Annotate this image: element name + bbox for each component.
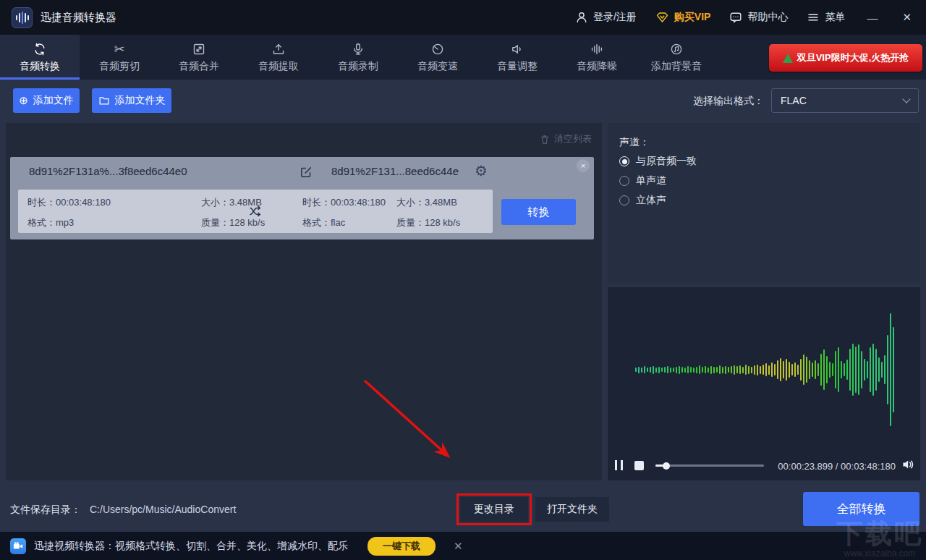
open-folder-button[interactable]: 打开文件夹 <box>535 497 609 522</box>
folder-icon <box>98 95 110 106</box>
chevron-down-icon <box>902 95 910 103</box>
add-folder-label: 添加文件夹 <box>115 94 166 107</box>
menu-label: 菜单 <box>825 11 845 24</box>
minimize-button[interactable]: — <box>864 12 880 24</box>
help-center-button[interactable]: 帮助中心 <box>729 11 788 24</box>
tab-audio-cut[interactable]: ✂ 音频剪切 <box>80 35 159 80</box>
tab-label: 添加背景音 <box>651 60 702 73</box>
quality-label: 质量： <box>201 217 229 228</box>
clear-list-button[interactable]: 清空列表 <box>540 132 592 145</box>
volume-speaker-icon[interactable] <box>901 458 914 471</box>
extract-icon <box>271 42 286 56</box>
vip-promo-banner[interactable]: 双旦VIP限时大促,火热开抢 <box>769 44 922 72</box>
target-duration: 00:03:48:180 <box>331 197 386 208</box>
channel-title: 声道： <box>619 136 650 149</box>
login-button[interactable]: 登录/注册 <box>575 11 637 24</box>
add-file-button[interactable]: ⊕ 添加文件 <box>13 88 80 113</box>
menu-button[interactable]: 菜单 <box>807 11 845 24</box>
radio-same-as-source[interactable]: 与原音频一致 <box>619 155 697 168</box>
convert-button[interactable]: 转换 <box>501 199 576 225</box>
source-duration: 00:03:48:180 <box>56 197 111 208</box>
tab-label: 音频剪切 <box>99 60 140 73</box>
playback-time: 00:00:23.899 / 00:03:48:180 <box>778 461 896 472</box>
radio-mono[interactable]: 单声道 <box>619 174 666 187</box>
tab-label: 音频提取 <box>258 60 299 73</box>
tab-volume-adjust[interactable]: 音量调整 <box>477 35 557 80</box>
tab-audio-merge[interactable]: 音频合并 <box>159 35 239 80</box>
file-list-panel: 清空列表 8d91%2F131a%...3f8eed6c44e0 8d91%2F… <box>6 123 602 480</box>
tab-add-background-music[interactable]: 添加背景音 <box>637 35 716 80</box>
music-note-circle-icon <box>669 42 684 56</box>
footer-promo-text: 迅捷视频转换器：视频格式转换、切割、合并、美化、增减水印、配乐 <box>34 540 348 553</box>
remove-file-button[interactable]: × <box>577 159 590 172</box>
speaker-icon <box>510 42 524 56</box>
tab-label: 音频合并 <box>179 60 219 73</box>
buy-vip-label: 购买VIP <box>674 11 711 24</box>
user-icon <box>575 11 588 24</box>
format-label: 格式： <box>27 217 56 228</box>
change-dir-button[interactable]: 更改目录 <box>460 497 528 522</box>
merge-icon <box>192 42 206 56</box>
save-dir-input[interactable] <box>81 496 452 522</box>
duration-label: 时长： <box>302 197 331 208</box>
add-file-label: 添加文件 <box>33 94 74 107</box>
stop-button[interactable] <box>634 461 644 470</box>
convert-arrows-icon <box>33 42 47 56</box>
clear-list-label: 清空列表 <box>554 132 592 145</box>
target-filename: 8d91%2F131...8eed6c44e <box>331 165 459 177</box>
equalizer-bars-icon <box>590 42 604 56</box>
christmas-tree-icon <box>783 54 793 63</box>
output-format-dropdown[interactable]: FLAC <box>771 88 919 113</box>
file-card: 8d91%2F131a%...3f8eed6c44e0 8d91%2F131..… <box>10 157 594 239</box>
target-format: flac <box>331 217 345 228</box>
source-format: mp3 <box>56 217 74 228</box>
convert-all-button[interactable]: 全部转换 <box>803 492 919 526</box>
tab-label: 音频变速 <box>417 60 458 73</box>
preview-panel: 00:00:23.899 / 00:03:48:180 <box>608 287 920 480</box>
target-quality: 128 kb/s <box>425 217 460 228</box>
tab-label: 音频转换 <box>20 60 60 73</box>
source-quality: 128 kb/s <box>229 217 265 228</box>
tab-audio-extract[interactable]: 音频提取 <box>239 35 318 80</box>
radio-selected-icon <box>619 156 629 166</box>
tab-label: 音量调整 <box>497 60 538 73</box>
seek-thumb[interactable] <box>663 462 670 470</box>
size-label: 大小： <box>396 197 425 208</box>
output-format-value: FLAC <box>781 95 807 106</box>
buy-vip-button[interactable]: 购买VIP <box>655 11 711 24</box>
promo-footer-banner: 迅捷视频转换器：视频格式转换、切割、合并、美化、增减水印、配乐 一键下载 ✕ <box>0 532 926 560</box>
tab-audio-record[interactable]: 音频录制 <box>318 35 398 80</box>
pause-button[interactable] <box>615 460 623 470</box>
radio-stereo[interactable]: 立体声 <box>619 194 666 207</box>
format-label: 格式： <box>302 217 331 228</box>
tab-audio-convert[interactable]: 音频转换 <box>0 35 80 80</box>
chat-bubble-icon <box>729 11 742 24</box>
app-logo-icon <box>12 7 33 28</box>
rename-edit-icon[interactable] <box>299 165 313 179</box>
speed-clock-icon <box>430 42 445 56</box>
tab-label: 音频降噪 <box>577 60 617 73</box>
one-click-download-button[interactable]: 一键下载 <box>368 537 436 556</box>
output-format-label: 选择输出格式： <box>693 95 764 108</box>
radio-icon <box>619 176 629 186</box>
close-button[interactable]: ✕ <box>899 11 914 24</box>
tab-audio-denoise[interactable]: 音频降噪 <box>557 35 637 80</box>
scissors-icon: ✂ <box>114 42 124 56</box>
settings-gear-icon[interactable]: ⚙ <box>475 164 488 178</box>
add-folder-button[interactable]: 添加文件夹 <box>92 88 171 113</box>
tab-audio-speed[interactable]: 音频变速 <box>398 35 477 80</box>
banner-close-icon[interactable]: ✕ <box>454 540 463 553</box>
swap-shuffle-icon <box>248 204 264 219</box>
seek-slider[interactable] <box>655 464 764 467</box>
quality-label: 质量： <box>396 217 425 228</box>
vip-diamond-icon <box>655 11 669 24</box>
video-converter-icon <box>10 538 26 554</box>
size-label: 大小： <box>201 197 229 208</box>
source-filename: 8d91%2F131a%...3f8eed6c44e0 <box>29 165 187 177</box>
audio-converter-window: 迅捷音频转换器 登录/注册 购买VIP 帮助中心 菜单 — ✕ <box>0 0 926 560</box>
radio-label: 单声道 <box>636 174 666 187</box>
file-details: 时长：00:03:48:180 大小：3.48MB 格式：mp3 质量：128 … <box>18 190 493 233</box>
channel-panel: 声道： 与原音频一致 单声道 立体声 <box>608 123 920 284</box>
tab-label: 音频录制 <box>338 60 378 73</box>
help-center-label: 帮助中心 <box>747 11 788 24</box>
